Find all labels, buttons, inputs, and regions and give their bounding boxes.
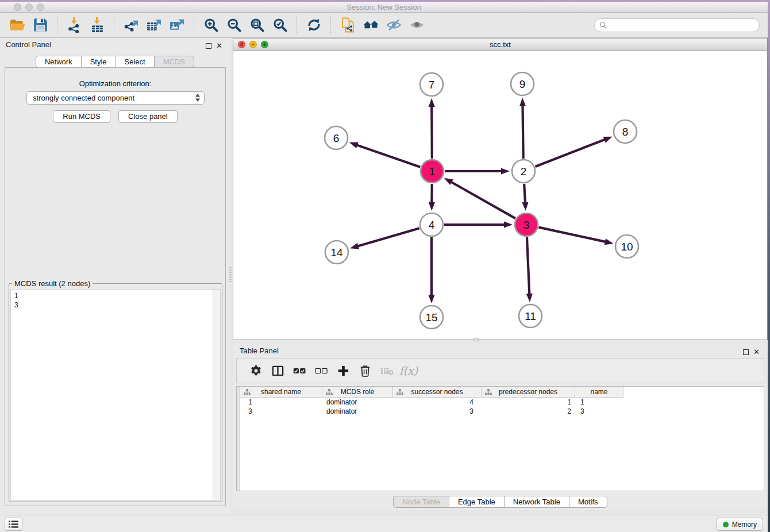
column-header-shared-name[interactable]: shared name xyxy=(240,387,322,398)
tab-motifs[interactable]: Motifs xyxy=(569,496,607,508)
tab-network-table[interactable]: Network Table xyxy=(504,496,569,508)
network-canvas[interactable]: 1234678910111415 xyxy=(233,51,767,340)
zoom-out-icon xyxy=(226,17,242,33)
zoom-out-button[interactable] xyxy=(224,16,244,34)
graph-edge-3-1[interactable] xyxy=(451,182,515,218)
graph-edge-2-8[interactable] xyxy=(535,139,605,167)
memory-button[interactable]: Memory xyxy=(717,518,763,531)
column-label: successor nodes xyxy=(411,388,463,396)
toolbar-separator xyxy=(330,16,331,34)
graph-edge-arrowhead xyxy=(519,98,526,106)
import-table-button[interactable] xyxy=(87,16,107,34)
export-image-button[interactable] xyxy=(167,16,187,34)
horizontal-splitter-handle[interactable] xyxy=(473,338,479,341)
show-all-button[interactable] xyxy=(407,16,426,34)
memory-status-icon xyxy=(723,522,729,527)
table-row[interactable]: 1dominator411 xyxy=(240,398,764,407)
function-builder-icon: f(x) xyxy=(399,364,418,377)
graph-edge-arrowhead xyxy=(522,202,528,211)
vertical-splitter-handle[interactable] xyxy=(229,267,232,282)
column-header-predecessor-nodes[interactable]: predecessor nodes xyxy=(482,387,575,398)
export-network-icon xyxy=(124,17,139,33)
home-icon xyxy=(363,17,379,33)
close-panel-button[interactable]: Close panel xyxy=(118,110,178,123)
status-bar: Memory xyxy=(0,515,768,532)
table-cell[interactable]: 3 xyxy=(240,407,322,416)
graph-node-label: 6 xyxy=(333,132,340,144)
graph-edge-2-3[interactable] xyxy=(524,184,525,203)
optimization-criterion-select[interactable]: strongly connected component xyxy=(26,91,205,105)
table-cell[interactable]: 1 xyxy=(240,398,322,407)
float-table-panel-icon[interactable] xyxy=(743,349,749,355)
network-window-titlebar[interactable]: × − + scc.txt xyxy=(233,38,767,51)
hierarchy-icon xyxy=(326,389,333,397)
graph-edge-3-11[interactable] xyxy=(527,237,529,295)
select-all-button[interactable] xyxy=(290,361,309,380)
column-header-MCDS-role[interactable]: MCDS role xyxy=(322,387,393,398)
zoom-fit-icon xyxy=(249,17,265,33)
save-session-button[interactable] xyxy=(30,16,50,34)
graph-node-label: 7 xyxy=(429,79,435,91)
import-network-button[interactable] xyxy=(64,16,84,34)
zoom-selected-button[interactable] xyxy=(270,16,290,34)
tab-style[interactable]: Style xyxy=(81,56,116,68)
delete-column-button[interactable] xyxy=(355,361,375,380)
export-network-button[interactable] xyxy=(121,16,141,34)
table-cell[interactable]: 2 xyxy=(482,407,575,416)
table-toolbar: f(x) xyxy=(236,358,764,383)
tab-network[interactable]: Network xyxy=(36,56,81,68)
open-session-button[interactable] xyxy=(7,16,27,34)
graph-node-label: 3 xyxy=(523,219,530,231)
tab-node-table[interactable]: Node Table xyxy=(393,496,449,508)
tab-mcds[interactable]: MCDS xyxy=(154,56,194,68)
zoom-in-button[interactable] xyxy=(201,16,221,34)
copy-network-icon xyxy=(340,17,356,33)
table-cell[interactable]: 1 xyxy=(482,398,575,407)
table-cell[interactable]: 3 xyxy=(393,407,482,416)
mcds-result-text[interactable]: 13 xyxy=(10,289,221,500)
table-cell[interactable]: 3 xyxy=(575,407,623,416)
mcds-panel: Optimization criterion: strongly connect… xyxy=(5,67,226,506)
graph-edge-4-14[interactable] xyxy=(357,228,419,246)
graph-edge-arrowhead xyxy=(429,202,435,211)
search-box[interactable] xyxy=(594,18,760,32)
mcds-result-label: MCDS result (2 nodes) xyxy=(12,279,93,288)
toolbar-separator xyxy=(57,16,57,34)
table-panel-title: Table Panel xyxy=(240,346,279,355)
column-header-name[interactable]: name xyxy=(575,387,623,398)
show-panels-button[interactable] xyxy=(5,518,22,531)
run-mcds-button[interactable]: Run MCDS xyxy=(53,110,110,123)
import-network-icon xyxy=(67,17,82,33)
hide-selected-button[interactable] xyxy=(384,16,403,34)
table-row[interactable]: 3dominator323 xyxy=(240,407,764,416)
close-table-panel-icon[interactable]: ✕ xyxy=(753,348,760,356)
tab-edge-table[interactable]: Edge Table xyxy=(449,496,504,508)
network-graph: 1234678910111415 xyxy=(233,51,767,340)
refresh-button[interactable] xyxy=(304,16,324,34)
split-view-button[interactable] xyxy=(268,361,287,380)
table-cell[interactable]: 4 xyxy=(393,398,482,407)
float-panel-icon[interactable] xyxy=(206,43,211,49)
graph-edge-1-7[interactable] xyxy=(432,106,432,159)
tab-select[interactable]: Select xyxy=(116,56,154,68)
copy-network-button[interactable] xyxy=(338,16,357,34)
zoom-fit-button[interactable] xyxy=(247,16,267,34)
table-cell[interactable]: 1 xyxy=(575,398,623,407)
table-cell[interactable]: dominator xyxy=(322,407,393,416)
table-settings-button[interactable] xyxy=(246,361,265,380)
export-table-button[interactable] xyxy=(144,16,164,34)
graph-edge-2-9[interactable] xyxy=(522,105,523,159)
search-input[interactable] xyxy=(610,21,754,29)
table-cell[interactable]: dominator xyxy=(322,398,393,407)
graph-edge-3-10[interactable] xyxy=(538,228,606,242)
add-column-button[interactable] xyxy=(333,361,353,380)
result-scrollbar[interactable] xyxy=(213,290,220,500)
deselect-all-button[interactable] xyxy=(311,361,331,380)
zoom-in-icon xyxy=(203,17,219,33)
chevron-updown-icon xyxy=(195,94,200,102)
close-panel-icon[interactable]: ✕ xyxy=(215,42,223,49)
column-header-successor-nodes[interactable]: successor nodes xyxy=(393,387,482,398)
home-button[interactable] xyxy=(361,16,380,34)
graph-edge-1-6[interactable] xyxy=(356,145,420,167)
export-table-icon xyxy=(147,17,162,33)
